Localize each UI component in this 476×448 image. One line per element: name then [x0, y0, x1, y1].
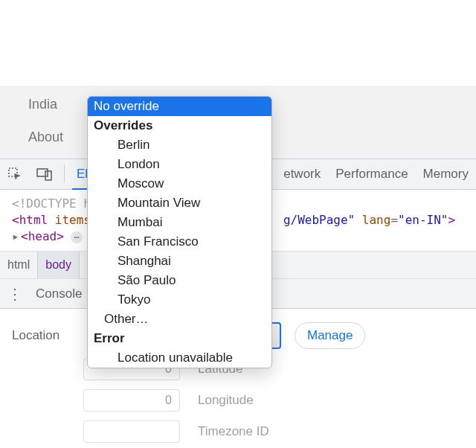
location-dropdown[interactable]: No override Overrides Berlin London Mosc…: [87, 96, 272, 368]
manage-button[interactable]: Manage: [295, 322, 365, 349]
dropdown-no-override[interactable]: No override: [88, 97, 271, 116]
longitude-label: Longitude: [198, 393, 254, 408]
dropdown-other[interactable]: Other…: [88, 310, 271, 329]
dropdown-moscow[interactable]: Moscow: [88, 174, 271, 193]
expand-arrow-icon[interactable]: ▸: [12, 228, 21, 245]
page-content-blank: [0, 0, 476, 86]
dropdown-tokyo[interactable]: Tokyo: [88, 290, 271, 310]
breadcrumb-body[interactable]: body: [38, 252, 80, 278]
dropdown-sao-paulo[interactable]: São Paulo: [88, 271, 271, 290]
drawer-kebab-icon[interactable]: ⋮: [7, 285, 22, 303]
svg-rect-2: [45, 171, 51, 180]
svg-rect-1: [37, 169, 48, 176]
breadcrumb-html[interactable]: html: [0, 252, 38, 278]
dropdown-shanghai[interactable]: Shanghai: [88, 252, 271, 271]
dropdown-location-unavailable[interactable]: Location unavailable: [88, 348, 271, 368]
footer-about-link[interactable]: About: [28, 129, 63, 145]
location-label: Location: [12, 328, 88, 343]
dropdown-error-header: Error: [88, 329, 271, 348]
tab-network[interactable]: etwork: [280, 167, 324, 182]
tab-memory[interactable]: Memory: [420, 167, 472, 182]
ellipsis-icon[interactable]: ⋯: [71, 231, 82, 243]
dropdown-mumbai[interactable]: Mumbai: [88, 213, 271, 232]
longitude-input[interactable]: [83, 389, 180, 412]
dropdown-london[interactable]: London: [88, 155, 271, 174]
inspect-element-icon[interactable]: [4, 164, 25, 185]
dropdown-san-francisco[interactable]: San Francisco: [88, 232, 271, 252]
dropdown-mountain-view[interactable]: Mountain View: [88, 193, 271, 213]
timezone-label: Timezone ID: [198, 424, 269, 439]
timezone-input[interactable]: [83, 420, 180, 443]
tab-performance[interactable]: Performance: [332, 167, 411, 182]
drawer-tab-console[interactable]: Console: [36, 287, 82, 301]
device-toolbar-icon[interactable]: [34, 164, 55, 185]
dropdown-berlin[interactable]: Berlin: [88, 135, 271, 155]
dropdown-overrides-header: Overrides: [88, 116, 271, 135]
